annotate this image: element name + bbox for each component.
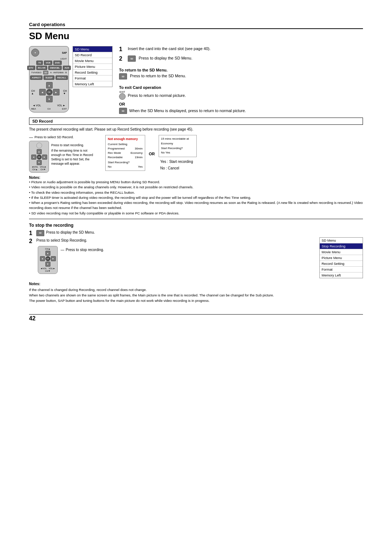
- bottom-note-2: When two channels are shown on the same …: [29, 292, 363, 298]
- notes-heading: Notes:: [29, 176, 363, 180]
- note-3: • To check the video recording informati…: [29, 190, 363, 195]
- menu-item-format: Format: [73, 75, 112, 81]
- main-title: SD Menu: [29, 30, 363, 42]
- sd-record-header: SD Record: [29, 118, 363, 125]
- exit-label-text: EXIT: [119, 91, 126, 93]
- yes-label: Yes : Start recording: [160, 159, 197, 165]
- dvd-button: DVD: [53, 61, 62, 65]
- bottom-notes-heading: Notes:: [29, 281, 363, 287]
- popup-recordable-value: 19min: [135, 155, 143, 160]
- no-label: No : Cancel: [160, 165, 197, 172]
- sleep-button: SLEEP: [44, 75, 54, 80]
- mini-ch-down: CH▼: [40, 168, 46, 171]
- stop-steps-area: 1 Press to display the SD Menu. 2 Press …: [29, 230, 363, 278]
- sd-card-icon-return: [119, 73, 127, 79]
- exit-section: To exit Card operation EXIT Press to ret…: [119, 85, 363, 114]
- step-2-text: Press to display the SD Menu.: [139, 56, 192, 61]
- popup-row-recmode: Rec Mode Economy: [108, 151, 143, 155]
- notes-section: Notes: • Picture or Audio adjustment is …: [29, 176, 363, 216]
- return-section: To return to the SD Menu. Press to retur…: [119, 68, 363, 79]
- stop-step-3-text: Press to stop recording.: [66, 247, 104, 253]
- mini-remote: ▲ ◄ OK ► ▼ ◄VOL VOL► CH▲: [29, 141, 49, 173]
- mea-label: MEA: [31, 108, 36, 110]
- stop-step-1-text: Press to display the SD Menu.: [46, 230, 95, 235]
- remote-control: ● SAP LIGHT TV VCR DVD DTV RC+VR DBS/CBL…: [29, 46, 69, 112]
- nav-empty-br: [53, 96, 60, 102]
- mini-stop-nav-up: ▲: [45, 251, 50, 256]
- sd-menu-display: SD Menu SD Record Movie Menu Picture Men…: [73, 46, 113, 87]
- stop-menu-item-movie-menu: Movie Menu: [320, 249, 363, 255]
- mini-stop-nav-down: ▼: [45, 262, 50, 267]
- nav-left: ◄: [39, 89, 46, 95]
- mini-nav-left: ◄: [31, 155, 36, 160]
- note-5: • When a program's Rating setting has be…: [29, 200, 363, 211]
- mini-ch-up: CH▲: [32, 168, 38, 171]
- popup-dialog: Not enough memory Current Setting Progra…: [105, 135, 145, 171]
- or-label: OR: [119, 102, 363, 106]
- nav-empty-tr: [53, 82, 60, 89]
- nav-up: ▲: [46, 82, 53, 89]
- step-2-number: 2: [119, 56, 125, 62]
- mini-remote-stop: CH▲ ▲ ◄ OK ► ▼: [38, 246, 58, 274]
- stop-menu-display: SD Menu Stop Recording Movie Menu Pictur…: [319, 237, 363, 278]
- bottom-note-3: The power button, SAP button and tuning …: [29, 298, 363, 303]
- mini-nav-empty2: [42, 149, 47, 154]
- exit-sd-text: When the SD Menu is displayed, press to …: [129, 108, 246, 114]
- mini-stop-nav-e4: [51, 262, 56, 267]
- nav-down: ▼: [46, 96, 53, 102]
- exit-button-circle: [119, 93, 126, 100]
- divider-stop: [29, 219, 363, 219]
- rec-time-box: 15 mins recordable at Economy Start Reco…: [159, 135, 197, 157]
- note-4: • If the SLEEP timer is activated during…: [29, 195, 363, 200]
- menu-item-sd-menu: SD Menu: [73, 46, 112, 52]
- popup-recordable-label: Recordable: [108, 155, 123, 160]
- bottom-divider: [29, 314, 363, 315]
- ok-button: OK: [46, 89, 53, 95]
- mini-nav-empty1: [31, 149, 36, 154]
- vcr-button: VCR: [44, 61, 52, 65]
- step-1-text: Insert the card into the card slot (see …: [128, 46, 211, 52]
- nav-empty-bl: [39, 96, 46, 102]
- popup-recmode-value: Economy: [131, 151, 143, 155]
- mini-stop-vol-left: ◄VOL: [40, 267, 47, 270]
- stop-step-2-num: 2: [29, 238, 34, 245]
- vol-right-label: VOL ►: [57, 104, 65, 107]
- menu-item-memory-left: Memory Left: [73, 81, 112, 87]
- rec-time-line1: 15 mins recordable at: [161, 137, 194, 141]
- stop-menu-item-sd-menu: SD Menu: [320, 238, 363, 243]
- stop-step-2-text: Press to select Stop Recording.: [36, 238, 87, 243]
- rcvr-button: RC+VR: [36, 66, 48, 70]
- return-heading: To return to the SD Menu.: [119, 68, 363, 72]
- mini-vol-left: ◄VOL: [32, 166, 38, 168]
- menu-item-picture-menu: Picture Menu: [73, 64, 112, 70]
- note-1: • Picture or Audio adjustment is possibl…: [29, 180, 363, 185]
- section-heading: Card operations: [29, 22, 363, 29]
- popup-row-recordable: Recordable 19min: [108, 155, 143, 160]
- aux-button: AUX: [63, 66, 71, 70]
- popup-current-label: Current Setting: [108, 142, 127, 147]
- yes-no-labels: Yes : Start recording No : Cancel: [160, 159, 197, 172]
- vol-left-label: ◄ VOL: [33, 104, 41, 107]
- mini-stop-vol-right: VOL►: [49, 267, 55, 270]
- press-start-label: Press to start recording.: [51, 143, 98, 148]
- stop-step-1-num: 1: [29, 230, 34, 237]
- popup-title: Not enough memory: [108, 137, 143, 141]
- mini-stop-ch-down: CH▼: [45, 270, 50, 272]
- mini-nav-empty4: [42, 160, 47, 165]
- bottom-note-1: If the channel is changed during Recordi…: [29, 287, 363, 292]
- mini-ok: OK: [37, 155, 42, 160]
- popup-prog-value: 30min: [135, 147, 143, 151]
- mini-vol-right: VOL►: [40, 166, 46, 168]
- rec-time-line4: No Yes: [161, 151, 194, 155]
- stop-menu-item-record-setting: Record Setting: [320, 261, 363, 267]
- light-label: LIGHT: [31, 58, 67, 60]
- mini-stop-nav-left: ◄: [40, 256, 45, 261]
- nav-empty-tl: [39, 82, 46, 89]
- popup-yesno: No Yes: [108, 165, 143, 169]
- mini-nav-right: ►: [42, 155, 47, 160]
- select-sd-label: Press to select SD Record.: [34, 135, 74, 139]
- or-record: OR: [149, 152, 155, 156]
- dtv-button: DTV: [27, 66, 35, 70]
- popup-yes: Yes: [138, 165, 143, 169]
- mini-stop-nav-e2: [51, 251, 56, 256]
